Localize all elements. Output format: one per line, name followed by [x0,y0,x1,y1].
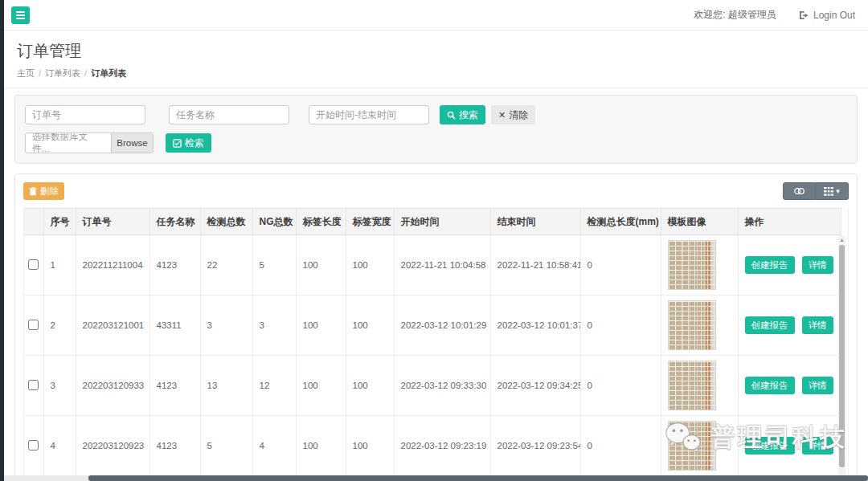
header-label-length: 标签长度 [296,209,346,235]
breadcrumb-home[interactable]: 主页 [17,68,35,78]
cell-start-time: 2022-11-21 10:04:58 [394,235,490,296]
cell-seq: 2 [43,296,76,356]
cell-label-length: 100 [296,356,346,416]
cell-order-no: 202203120923 [76,416,149,476]
cell-seq: 4 [43,416,76,476]
cell-start-time: 2022-03-12 09:33:30 [394,356,490,416]
cell-total: 5 [200,416,252,476]
vertical-scrollbar-thumb[interactable] [839,245,845,467]
database-file-input[interactable]: 选择数据库文件... Browse [25,132,154,153]
cell-total: 13 [200,356,252,416]
table-row: 1 202211211004 4123 22 5 100 100 2022-11… [24,235,841,296]
table-toolbar: 删除 ▾ [23,181,849,202]
create-report-button[interactable]: 创建报告 [745,256,795,274]
cell-end-time: 2022-03-12 10:01:37 [490,296,580,356]
detail-button[interactable]: 详情 [802,437,833,455]
cell-label-width: 100 [346,235,394,296]
detail-button[interactable]: 详情 [802,377,833,394]
order-no-input[interactable] [25,105,145,124]
browse-button[interactable]: Browse [111,133,153,153]
columns-dropdown-button[interactable]: ▾ [816,182,849,200]
cell-end-time: 2022-03-12 09:23:54 [490,416,580,476]
breadcrumb-current: 订单列表 [91,68,126,78]
scroll-up-arrow-icon[interactable]: ▲ [838,236,845,243]
template-image-thumbnail[interactable] [668,421,716,471]
task-name-input[interactable] [169,105,289,124]
cell-label-length: 100 [296,416,346,476]
cell-start-time: 2022-03-12 10:01:29 [394,296,490,356]
cell-task-name: 4123 [149,416,200,476]
cell-label-width: 100 [346,296,394,356]
cell-order-no: 202203121001 [76,296,149,356]
header-task-name: 任务名称 [149,209,200,235]
cell-total-length: 0 [580,356,661,416]
cell-label-length: 100 [296,235,346,296]
caret-down-icon: ▾ [836,188,840,195]
cell-label-width: 100 [346,416,394,476]
template-image-thumbnail[interactable] [668,361,716,410]
cell-task-name: 43311 [149,296,200,356]
cell-task-name: 4123 [149,235,200,296]
toggle-circles-icon [793,186,805,196]
retrieve-button[interactable]: 检索 [166,133,211,153]
delete-button[interactable]: 删除 [23,182,64,200]
search-label: 搜索 [459,108,478,122]
cell-end-time: 2022-03-12 09:34:25 [490,356,580,416]
columns-grid-icon [824,187,833,196]
header-end-time: 结束时间 [490,209,580,235]
table-row: 4 202203120923 4123 5 4 100 100 2022-03-… [24,416,841,476]
table-row: 2 202203121001 43311 3 3 100 100 2022-03… [24,296,841,356]
table-row: 3 202203120933 4123 13 12 100 100 2022-0… [24,356,841,416]
cell-order-no: 202203120933 [76,356,149,416]
delete-label: 删除 [40,185,59,198]
row-checkbox[interactable] [28,259,39,270]
header-label-width: 标签宽度 [346,209,394,235]
search-icon [447,111,456,120]
clear-button[interactable]: ✕ 清除 [491,105,535,124]
cell-total-length: 0 [580,296,661,356]
clear-x-icon: ✕ [498,110,506,120]
toggle-view-button[interactable] [783,182,816,200]
create-report-button[interactable]: 创建报告 [745,437,795,455]
logout-icon [799,10,809,20]
row-checkbox[interactable] [28,440,39,450]
welcome-text: 欢迎您: 超级管理员 [694,8,776,22]
clear-label: 清除 [509,108,528,122]
retrieve-label: 检索 [185,137,204,150]
time-range-input[interactable] [309,105,429,124]
header-total-length: 检测总长度(mm) [580,209,661,235]
order-table-panel: 删除 ▾ [14,173,858,481]
vertical-scrollbar[interactable]: ▲ [838,236,845,481]
cell-seq: 1 [43,235,76,296]
cell-ng-total: 4 [252,416,296,476]
detail-button[interactable]: 详情 [802,256,833,274]
check-square-icon [173,139,182,148]
detail-button[interactable]: 详情 [802,316,833,334]
collapsed-sidebar [0,0,4,481]
page-title: 订单管理 [17,40,855,62]
cell-start-time: 2022-03-12 09:23:19 [394,416,490,476]
trash-icon [29,187,37,196]
template-image-thumbnail[interactable] [668,240,716,290]
header-order-no: 订单号 [76,209,149,235]
cell-ng-total: 5 [252,235,296,296]
horizontal-scrollbar[interactable] [4,475,868,481]
table-view-controls: ▾ [783,182,849,200]
cell-seq: 3 [43,356,76,416]
create-report-button[interactable]: 创建报告 [745,377,795,394]
logout-link[interactable]: Login Out [799,10,855,21]
cell-end-time: 2022-11-21 10:58:41 [490,235,580,296]
header-start-time: 开始时间 [394,209,490,235]
breadcrumb-order-list[interactable]: 订单列表 [45,68,80,78]
file-placeholder: 选择数据库文件... [26,133,111,153]
row-checkbox[interactable] [28,320,39,330]
template-image-thumbnail[interactable] [668,300,716,350]
create-report-button[interactable]: 创建报告 [745,316,795,334]
topbar: 欢迎您: 超级管理员 Login Out [4,0,868,31]
search-button[interactable]: 搜索 [440,105,485,124]
horizontal-scrollbar-thumb[interactable] [88,475,868,481]
cell-order-no: 202211211004 [76,235,149,296]
table-body: 1 202211211004 4123 22 5 100 100 2022-11… [24,235,841,481]
menu-toggle-button[interactable] [11,6,30,24]
row-checkbox[interactable] [28,380,39,390]
